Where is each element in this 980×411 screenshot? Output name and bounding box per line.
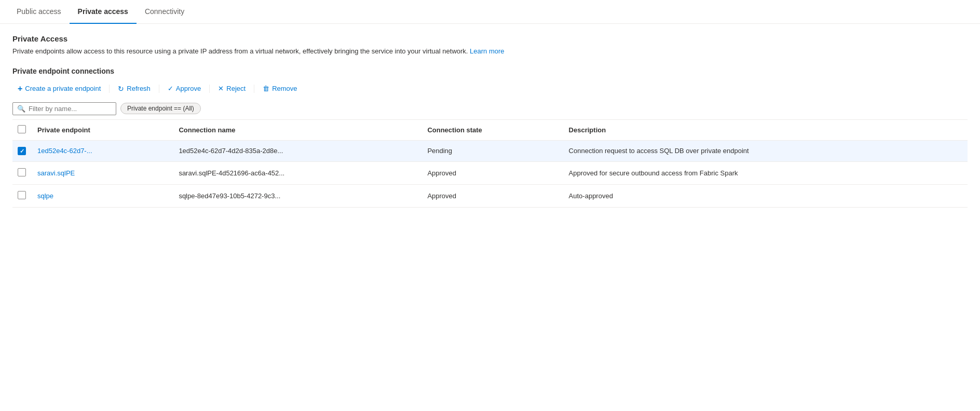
row-checkbox[interactable] [18,191,26,199]
private-endpoint-link[interactable]: sqlpe [37,192,53,200]
toolbar-separator-2 [159,85,159,93]
cell-connection-name: saravi.sqlPE-4d521696-ac6a-452... [172,162,421,185]
filter-tag[interactable]: Private endpoint == (All) [120,103,201,114]
tabs-navigation: Public access Private access Connectivit… [0,0,980,24]
row-checkbox-cell [12,140,31,162]
refresh-button[interactable]: ↻ Refresh [113,82,156,95]
row-checkbox[interactable] [18,168,26,176]
filter-row: 🔍 Private endpoint == (All) [12,102,968,115]
row-checkbox-cell [12,162,31,185]
cell-connection-name: sqlpe-8ed47e93-10b5-4272-9c3... [172,185,421,208]
cell-private-endpoint: 1ed52e4c-62d7-... [31,140,172,162]
row-checkbox[interactable] [18,147,26,155]
th-description: Description [563,120,968,141]
reject-button[interactable]: ✕ Reject [213,82,251,95]
th-private-endpoint: Private endpoint [31,120,172,141]
select-all-checkbox[interactable] [18,125,26,133]
tab-private-access[interactable]: Private access [70,0,137,24]
learn-more-link[interactable]: Learn more [470,47,504,55]
section-description: Private endpoints allow access to this r… [12,46,968,57]
private-endpoint-link[interactable]: saravi.sqlPE [37,169,75,177]
refresh-icon: ↻ [118,85,124,93]
search-input[interactable] [29,105,112,113]
th-connection-name: Connection name [172,120,421,141]
table-header-row: Private endpoint Connection name Connect… [12,120,968,141]
connections-table: Private endpoint Connection name Connect… [12,120,968,208]
reject-icon: ✕ [218,85,224,92]
cell-description: Connection request to access SQL DB over… [563,140,968,162]
th-select-all[interactable] [12,120,31,141]
table-row: sqlpesqlpe-8ed47e93-10b5-4272-9c3...Appr… [12,185,968,208]
toolbar-separator-4 [254,85,254,93]
search-icon: 🔍 [17,105,25,113]
cell-description: Auto-approved [563,185,968,208]
table-wrapper: Private endpoint Connection name Connect… [12,119,968,208]
cell-connection-name: 1ed52e4c-62d7-4d2d-835a-2d8e... [172,140,421,162]
cell-private-endpoint: sqlpe [31,185,172,208]
cell-description: Approved for secure outbound access from… [563,162,968,185]
row-checkbox-cell [12,185,31,208]
subsection-title: Private endpoint connections [12,67,968,75]
toolbar-separator-1 [109,85,110,93]
remove-button[interactable]: 🗑 Remove [257,82,302,95]
cell-private-endpoint: saravi.sqlPE [31,162,172,185]
cell-connection-state: Pending [421,140,562,162]
section-title: Private Access [12,34,968,43]
toolbar: + Create a private endpoint ↻ Refresh ✓ … [12,81,968,96]
main-content: Private Access Private endpoints allow a… [0,24,980,218]
private-endpoint-link[interactable]: 1ed52e4c-62d7-... [37,147,92,155]
tab-public-access[interactable]: Public access [8,0,70,24]
table-row: 1ed52e4c-62d7-...1ed52e4c-62d7-4d2d-835a… [12,140,968,162]
th-connection-state: Connection state [421,120,562,141]
table-row: saravi.sqlPEsaravi.sqlPE-4d521696-ac6a-4… [12,162,968,185]
approve-button[interactable]: ✓ Approve [162,82,206,95]
search-box[interactable]: 🔍 [12,102,116,115]
trash-icon: 🗑 [263,85,269,92]
create-endpoint-button[interactable]: + Create a private endpoint [12,81,106,96]
tab-connectivity[interactable]: Connectivity [137,0,193,24]
cell-connection-state: Approved [421,185,562,208]
plus-icon: + [18,84,22,93]
cell-connection-state: Approved [421,162,562,185]
approve-icon: ✓ [168,85,173,92]
toolbar-separator-3 [209,85,210,93]
